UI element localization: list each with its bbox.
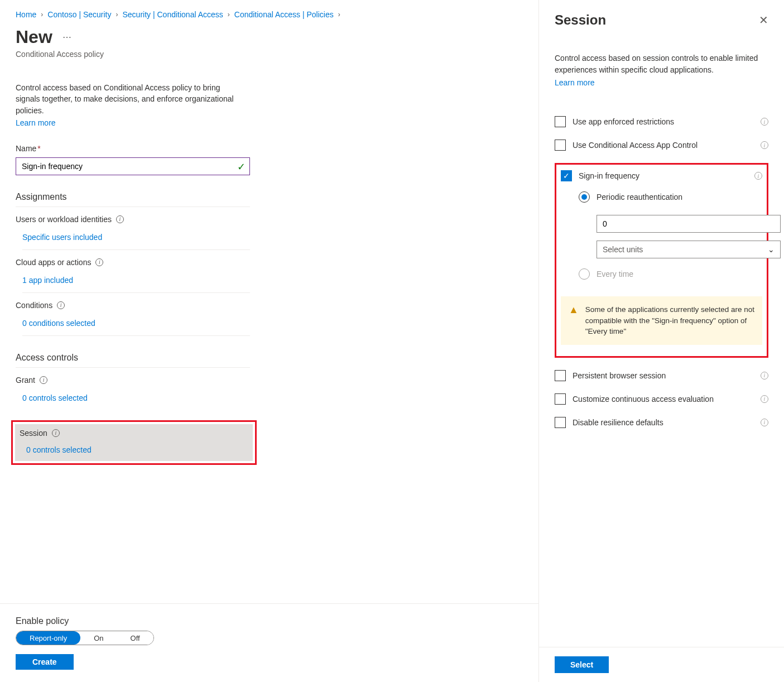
signin-frequency-checkbox-row[interactable]: ✓ Sign-in frequency i [561,170,762,181]
every-time-label: Every time [597,270,633,278]
info-icon[interactable]: i [761,419,768,426]
page-subtitle: Conditional Access policy [16,50,523,59]
conditions-value[interactable]: 0 conditions selected [22,319,250,336]
info-icon[interactable]: i [40,376,47,384]
checkbox-unchecked-icon[interactable] [555,116,566,127]
users-row[interactable]: Users or workload identities i [16,215,250,227]
continuous-eval-checkbox-row[interactable]: Customize continuous access evaluation i [555,393,768,405]
app-restrictions-label: Use app enforced restrictions [573,117,754,126]
info-icon[interactable]: i [116,215,124,223]
apps-label: Cloud apps or actions [16,258,91,267]
toggle-report-only[interactable]: Report-only [16,631,80,645]
name-input[interactable] [16,157,250,175]
checkbox-unchecked-icon[interactable] [555,140,566,151]
every-time-radio-row[interactable]: Every time [579,268,762,280]
frequency-units-select[interactable]: Select units ⌄ [597,241,781,258]
info-icon[interactable]: i [754,172,762,180]
signin-frequency-highlight-box: ✓ Sign-in frequency i Periodic reauthent… [555,163,768,358]
app-restrictions-checkbox-row[interactable]: Use app enforced restrictions i [555,116,768,127]
continuous-label: Customize continuous access evaluation [573,395,754,404]
session-value[interactable]: 0 controls selected [26,445,248,454]
learn-more-link[interactable]: Learn more [16,118,523,127]
breadcrumb-security-ca[interactable]: Security | Conditional Access [123,10,223,19]
apps-value[interactable]: 1 app included [22,276,250,293]
info-icon[interactable]: i [761,118,768,126]
session-highlight-box: Session i 0 controls selected [11,420,257,465]
chevron-right-icon: › [116,11,118,18]
enable-policy-label: Enable policy [16,616,523,626]
radio-unselected-icon[interactable] [579,268,590,280]
session-label: Session [20,429,47,438]
warning-text: Some of the applications currently selec… [585,304,754,337]
radio-selected-icon[interactable] [579,191,590,203]
chevron-right-icon: › [338,11,340,18]
breadcrumb-home[interactable]: Home [16,10,36,19]
app-control-label: Use Conditional Access App Control [573,141,754,150]
panel-footer: Select [539,647,784,682]
checkbox-unchecked-icon[interactable] [555,393,566,405]
info-icon[interactable]: i [761,141,768,149]
users-label: Users or workload identities [16,215,112,224]
checkbox-checked-icon[interactable]: ✓ [561,170,572,181]
chevron-right-icon: › [228,11,230,18]
checkmark-icon: ✓ [237,161,246,173]
users-value[interactable]: Specific users included [22,233,250,250]
enable-policy-toggle[interactable]: Report-only On Off [16,631,154,645]
signin-frequency-label: Sign-in frequency [579,171,748,180]
apps-row[interactable]: Cloud apps or actions i [16,258,250,270]
periodic-radio-row[interactable]: Periodic reauthentication [579,191,762,203]
session-row[interactable]: Session i 0 controls selected [15,424,253,461]
grant-row[interactable]: Grant i [16,376,250,388]
warning-icon: ▲ [569,304,579,316]
checkbox-unchecked-icon[interactable] [555,370,566,381]
warning-box: ▲ Some of the applications currently sel… [561,296,762,345]
close-icon[interactable]: ✕ [759,13,768,27]
units-placeholder: Select units [603,245,643,254]
grant-value[interactable]: 0 controls selected [22,393,250,410]
breadcrumb-ca-policies[interactable]: Conditional Access | Policies [234,10,334,19]
info-icon[interactable]: i [57,301,65,309]
conditions-row[interactable]: Conditions i [16,301,250,313]
create-button[interactable]: Create [16,654,74,670]
app-control-checkbox-row[interactable]: Use Conditional Access App Control i [555,140,768,151]
page-title: New [16,27,52,47]
panel-description: Control access based on session controls… [555,52,768,76]
chevron-down-icon: ⌄ [768,245,775,254]
page-description: Control access based on Conditional Acce… [16,82,239,116]
conditions-label: Conditions [16,301,52,310]
access-controls-heading: Access controls [16,353,250,368]
chevron-right-icon: › [41,11,43,18]
assignments-heading: Assignments [16,192,250,207]
info-icon[interactable]: i [761,372,768,380]
resilience-label: Disable resilience defaults [573,418,754,427]
persistent-label: Persistent browser session [573,371,754,380]
frequency-value-input[interactable] [597,215,781,233]
panel-learn-more-link[interactable]: Learn more [555,78,595,87]
info-icon[interactable]: i [761,395,768,403]
name-label: Name* [16,144,523,153]
info-icon[interactable]: i [52,429,60,437]
info-icon[interactable]: i [95,258,103,266]
checkbox-unchecked-icon[interactable] [555,417,566,428]
breadcrumb-contoso-security[interactable]: Contoso | Security [47,10,111,19]
more-actions-icon[interactable]: ⋯ [62,32,71,42]
breadcrumb: Home › Contoso | Security › Security | C… [16,10,523,19]
persistent-session-checkbox-row[interactable]: Persistent browser session i [555,370,768,381]
resilience-checkbox-row[interactable]: Disable resilience defaults i [555,417,768,428]
periodic-label: Periodic reauthentication [597,193,682,201]
panel-title: Session [555,12,606,28]
toggle-off[interactable]: Off [117,631,153,645]
session-panel: Session ✕ Control access based on sessio… [538,0,784,682]
select-button[interactable]: Select [555,656,609,673]
grant-label: Grant [16,376,35,385]
toggle-on[interactable]: On [80,631,117,645]
footer: Enable policy Report-only On Off Create [0,603,538,682]
